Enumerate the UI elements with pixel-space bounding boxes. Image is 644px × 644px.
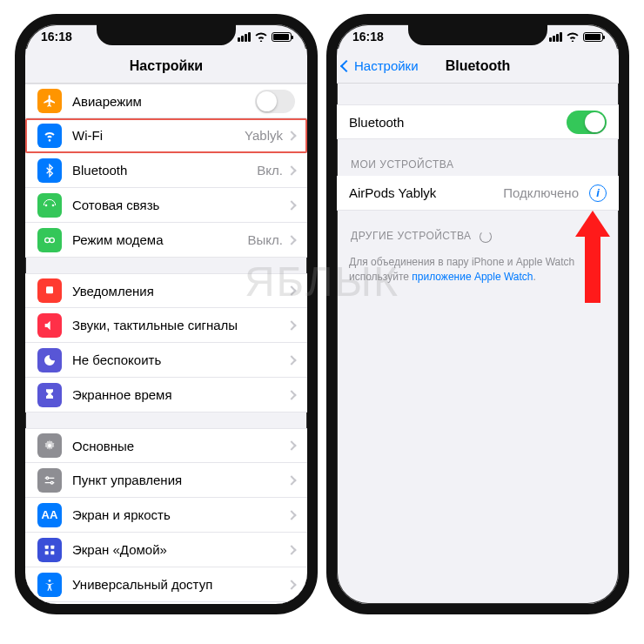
row-label: Bluetooth — [349, 115, 567, 130]
row-label: Wi-Fi — [72, 128, 245, 143]
nav-bar: Настройки Bluetooth — [337, 49, 619, 84]
row-screentime[interactable]: Экранное время — [25, 378, 307, 413]
nav-bar: Настройки — [25, 49, 307, 84]
notifications-icon — [37, 278, 62, 303]
airplane-icon — [37, 89, 62, 113]
chevron-right-icon — [286, 131, 296, 140]
svg-point-12 — [49, 580, 51, 582]
battery-icon — [272, 32, 292, 42]
row-value: Вкл. — [257, 163, 283, 178]
row-homescreen[interactable]: Экран «Домой» — [25, 533, 307, 567]
chevron-right-icon — [286, 475, 296, 485]
apple-watch-link[interactable]: приложение Apple Watch — [412, 271, 533, 283]
phone-right: 16:18 Настройки Bluetooth Bluetooth — [326, 14, 629, 614]
row-label: Экранное время — [72, 387, 288, 402]
row-label: Экран и яркость — [72, 507, 288, 522]
svg-rect-11 — [50, 551, 54, 554]
gear-icon — [37, 433, 62, 458]
airplane-toggle[interactable] — [255, 90, 295, 113]
status-time: 16:18 — [352, 30, 384, 44]
row-device-airpods[interactable]: AirPods Yablyk Подключено i — [337, 176, 619, 211]
cellular-icon — [37, 193, 62, 218]
chevron-right-icon — [286, 200, 296, 210]
row-hotspot[interactable]: Режим модема Выкл. — [25, 223, 307, 258]
svg-point-6 — [46, 477, 49, 480]
row-bluetooth-toggle[interactable]: Bluetooth — [337, 104, 619, 139]
row-cellular[interactable]: Сотовая связь — [25, 188, 307, 223]
row-label: Пункт управления — [72, 473, 288, 487]
settings-list[interactable]: Авиарежим Wi-Fi Yablyk Bluetooth Вкл. — [25, 84, 307, 604]
phone-left: 16:18 Настройки Авиарежим — [15, 14, 318, 614]
cellular-signal-icon — [549, 32, 562, 42]
row-label: Сотовая связь — [72, 198, 288, 212]
row-label: Режим модема — [72, 232, 248, 247]
row-airplane[interactable]: Авиарежим — [25, 84, 307, 118]
accessibility-icon — [37, 573, 62, 597]
row-label: Экран «Домой» — [72, 542, 288, 557]
row-display[interactable]: AA Экран и яркость — [25, 498, 307, 533]
row-label: Звуки, тактильные сигналы — [72, 318, 288, 332]
row-dnd[interactable]: Не беспокоить — [25, 343, 307, 378]
bluetooth-icon — [37, 158, 62, 183]
row-label: Авиарежим — [72, 94, 255, 109]
row-value: Выкл. — [248, 232, 283, 247]
status-icons — [238, 31, 292, 42]
chevron-right-icon — [286, 510, 296, 520]
status-icons — [549, 31, 603, 42]
wifi-icon — [566, 31, 580, 42]
battery-icon — [583, 32, 603, 42]
section-header: ДРУГИЕ УСТРОЙСТВА — [337, 226, 619, 248]
cellular-signal-icon — [238, 32, 251, 42]
display-icon: AA — [37, 503, 62, 527]
svg-rect-10 — [45, 551, 49, 554]
section-header-label: ДРУГИЕ УСТРОЙСТВА — [351, 230, 472, 242]
row-label: Универсальный доступ — [72, 577, 288, 592]
row-accessibility[interactable]: Универсальный доступ — [25, 567, 307, 602]
back-label: Настройки — [354, 58, 419, 73]
row-controlcenter[interactable]: Пункт управления — [25, 463, 307, 498]
footer-period: . — [533, 271, 536, 283]
chevron-left-icon — [340, 59, 352, 71]
other-devices-group: ДРУГИЕ УСТРОЙСТВА Для объединения в пару… — [337, 226, 619, 291]
svg-point-1 — [52, 204, 55, 206]
row-label: Bluetooth — [72, 163, 257, 178]
row-general[interactable]: Основные — [25, 428, 307, 463]
footer-note: Для объединения в пару iPhone и Apple Wa… — [337, 248, 619, 292]
info-icon[interactable]: i — [589, 184, 607, 202]
row-value: Yablyk — [245, 128, 283, 143]
row-bluetooth[interactable]: Bluetooth Вкл. — [25, 153, 307, 188]
chevron-right-icon — [286, 355, 296, 365]
notch — [97, 24, 236, 45]
status-time: 16:18 — [41, 30, 72, 44]
row-sounds[interactable]: Звуки, тактильные сигналы — [25, 308, 307, 343]
row-label: Основные — [72, 439, 288, 453]
chevron-right-icon — [286, 545, 296, 554]
controlcenter-icon — [37, 468, 62, 493]
chevron-right-icon — [286, 580, 296, 589]
page-title: Bluetooth — [446, 58, 511, 74]
svg-rect-4 — [46, 286, 53, 293]
settings-group-1: Уведомления Звуки, тактильные сигналы Не… — [25, 273, 307, 413]
back-button[interactable]: Настройки — [342, 58, 419, 73]
page-title: Настройки — [130, 58, 203, 74]
chevron-right-icon — [286, 390, 296, 399]
chevron-right-icon — [286, 285, 296, 295]
chevron-right-icon — [286, 440, 296, 450]
row-wallpaper[interactable]: Обои — [25, 602, 307, 604]
row-label: Не беспокоить — [72, 352, 288, 367]
homescreen-icon — [37, 538, 62, 562]
wifi-icon — [37, 124, 62, 148]
settings-group-0: Авиарежим Wi-Fi Yablyk Bluetooth Вкл. — [25, 84, 307, 258]
hotspot-icon — [37, 228, 62, 252]
dnd-icon — [37, 348, 62, 372]
chevron-right-icon — [286, 165, 296, 175]
row-label: Уведомления — [72, 284, 288, 299]
device-status: Подключено — [503, 185, 579, 200]
device-name: AirPods Yablyk — [349, 185, 503, 200]
chevron-right-icon — [286, 320, 296, 330]
row-wifi[interactable]: Wi-Fi Yablyk — [25, 118, 307, 153]
wifi-icon — [254, 31, 268, 42]
svg-point-3 — [50, 238, 54, 242]
bluetooth-toggle[interactable] — [567, 111, 607, 134]
row-notifications[interactable]: Уведомления — [25, 273, 307, 308]
